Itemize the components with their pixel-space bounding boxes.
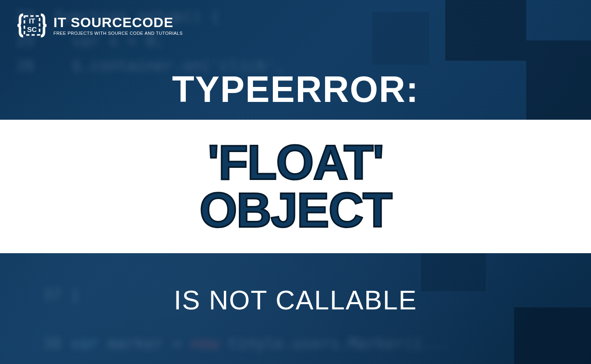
bg-code-line: tinyle.users.Marker({...: [219, 334, 450, 352]
logo-icon: IT SC: [16, 10, 48, 41]
brand-tagline: FREE PROJECTS WITH SOURCE CODE AND TUTOR…: [53, 31, 183, 36]
bg-code-line: marker =: [98, 334, 191, 352]
decor-square: [372, 12, 429, 65]
decor-square: [445, 0, 526, 61]
decor-square: [514, 307, 591, 364]
title-typeerror: TYPEERROR:: [0, 69, 591, 110]
svg-text:IT: IT: [29, 17, 35, 25]
logo-text: IT SOURCECODE FREE PROJECTS WITH SOURCE …: [53, 15, 183, 36]
title-not-callable: IS NOT CALLABLE: [0, 285, 591, 315]
brand-name: IT SOURCECODE: [53, 15, 183, 29]
center-band: 'FLOAT' OBJECT: [0, 120, 591, 253]
svg-text:SC: SC: [27, 25, 37, 34]
bg-code-keyword: new: [191, 334, 219, 352]
title-float: 'FLOAT': [208, 139, 383, 186]
title-object: OBJECT: [200, 186, 392, 234]
logo: IT SC IT SOURCECODE FREE PROJECTS WITH S…: [16, 10, 183, 41]
bg-code-line: 38: [43, 334, 71, 352]
bg-code-keyword: var: [70, 334, 98, 352]
